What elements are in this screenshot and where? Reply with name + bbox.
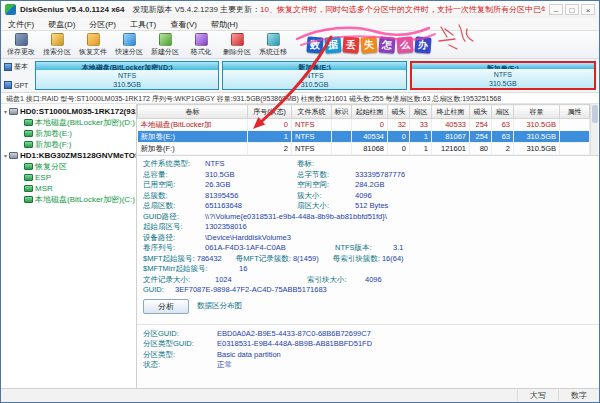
partition-type-value: Basic data partition	[217, 350, 593, 361]
scrollbar-thumb[interactable]	[592, 105, 598, 123]
menu-view[interactable]: 查看(V)	[163, 19, 204, 30]
tree-item[interactable]: HD0:ST1000LM035-1RK172(932GB)	[1, 106, 136, 117]
tree-item[interactable]: 本地磁盘(BitLocker加密)(D:)	[1, 117, 136, 128]
tree-item[interactable]: HD1:KBG30ZMS128GNVMeTOSHIBA1	[1, 150, 136, 161]
search-icon	[51, 33, 64, 46]
tree-item-label: HD0:ST1000LM035-1RK172(932GB)	[20, 107, 136, 116]
update-notice-highlight: 10、恢复文件时，同时勾选多个分区中的文件时，支持一次性复制所有分区中已勾选的文…	[260, 4, 545, 15]
table-row-e[interactable]: 新加卷(E:) 1 NTFS 40534 0 1 81067 254 63 31…	[138, 131, 590, 143]
menu-help[interactable]: 帮助(H)	[204, 19, 245, 30]
expand-icon[interactable]	[4, 152, 7, 159]
capslock-indicator: 大写	[517, 390, 558, 401]
fs-filerecord-value: 1024	[215, 275, 307, 286]
partition-block-e[interactable]: 新加卷(E:) NTFS 310.5GB	[222, 61, 406, 90]
fs-filerecord-label: 文件记录大小:	[143, 275, 215, 286]
col-end-cylinder[interactable]: 终止柱面	[432, 105, 470, 119]
promo-tile: 么	[396, 36, 413, 53]
cell: 254	[470, 131, 492, 143]
drive-icon	[24, 196, 33, 203]
partition-status-label: 状态:	[143, 360, 217, 371]
cell: 63	[492, 119, 514, 131]
table-row-f[interactable]: 新加卷(F:) 2 NTFS 81068 0 1 121601 80 2 310…	[138, 143, 590, 155]
fs-type-value: NTFS	[205, 159, 297, 170]
menu-partition[interactable]: 分区(P)	[82, 19, 123, 30]
table-header-row: 卷标 序号(状态) 文件系统 标识 起始柱面 磁头 扇区 终止柱面 磁头 扇区 …	[138, 105, 590, 119]
tree-item[interactable]: 恢复分区	[1, 161, 136, 172]
partition-block-d-body: NTFS 310.5GB	[36, 70, 218, 89]
table-scrollbar[interactable]	[590, 104, 598, 155]
cell: 310.5GB	[514, 119, 560, 131]
menu-file[interactable]: 文件(F)	[1, 19, 41, 30]
basic-style-label: 基本	[14, 62, 28, 72]
format-icon	[195, 33, 208, 46]
promo-tiles: 数 据 丢 失 怎 么 办	[307, 37, 431, 53]
partition-block-d-size: 310.5GB	[36, 80, 218, 89]
fs-clusters-label: 总簇数:	[143, 191, 205, 202]
promo-tile: 丢	[342, 36, 359, 53]
col-filesystem[interactable]: 文件系统	[292, 105, 332, 119]
tree-item[interactable]: ESP	[1, 172, 136, 183]
drive-icon	[24, 130, 33, 137]
search-partition-button[interactable]: 搜索分区	[39, 33, 75, 57]
col-index-status[interactable]: 序号(状态)	[248, 105, 292, 119]
tree-item[interactable]: 新加卷(F:)	[1, 139, 136, 150]
new-partition-icon	[159, 33, 172, 46]
fs-indexblock-label: 索引块大小:	[307, 275, 365, 286]
cell: 0	[352, 119, 388, 131]
tree-item[interactable]: 本地磁盘(BitLocker加密)(C:)	[1, 194, 136, 205]
format-button[interactable]: 格式化	[183, 33, 219, 57]
recover-files-icon	[87, 33, 100, 46]
quick-partition-button[interactable]: 快速分区	[111, 33, 147, 57]
cell: 80	[470, 143, 492, 155]
analyze-button[interactable]: 分析	[143, 299, 189, 314]
new-partition-button[interactable]: 新建分区	[147, 33, 183, 57]
tree-item[interactable]: MSR	[1, 183, 136, 194]
delete-partition-button[interactable]: 删除分区	[219, 33, 255, 57]
cell	[332, 131, 352, 143]
col-end-sector[interactable]: 扇区	[492, 105, 514, 119]
disk-info-line: 磁盘1 接口:RAID 型号:ST1000LM035-1RK172 序列号:WK…	[1, 93, 599, 104]
table-row-d[interactable]: 本地磁盘(BitLocker加 0 NTFS 0 32 33 40533 254…	[138, 119, 590, 131]
tree-item-label: 恢复分区	[35, 161, 67, 172]
col-start-cylinder[interactable]: 起始柱面	[352, 105, 388, 119]
close-button[interactable]: ×	[581, 4, 595, 15]
cell: NTFS	[292, 143, 332, 155]
fs-sectors-value: 651163648	[205, 201, 297, 212]
cell: 254	[470, 119, 492, 131]
fs-mft-label: $MFT起始簇号:	[143, 254, 195, 263]
expand-icon[interactable]	[4, 108, 7, 115]
cell: NTFS	[292, 119, 332, 131]
col-capacity[interactable]: 容量	[514, 105, 560, 119]
cell	[332, 143, 352, 155]
partition-style-gutter: 基本 GPT	[4, 61, 32, 90]
partition-block-f-body: NTFS 310.5GB	[412, 69, 594, 88]
device-tree: HD0:ST1000LM035-1RK172(932GB) 本地磁盘(BitLo…	[1, 104, 137, 388]
app-title: DiskGenius V5.4.0.1124 x64	[20, 5, 125, 14]
promo-tile: 失	[360, 36, 377, 53]
tree-item-label: ESP	[35, 173, 51, 182]
partition-status-value: 正常	[217, 360, 593, 371]
save-changes-button[interactable]: 保存更改	[3, 33, 39, 57]
col-attr[interactable]: 属性	[560, 105, 590, 119]
partition-block-f[interactable]: 新加卷(F:) NTFS 310.5GB	[410, 61, 596, 90]
tree-item[interactable]: 新加卷(E:)	[1, 128, 136, 139]
menu-tools[interactable]: 工具(T)	[123, 19, 163, 30]
partition-block-e-fs: NTFS	[223, 71, 405, 80]
toolbar: 保存更改 搜索分区 恢复文件 快速分区 新建分区 格式化 删除分区 系统迁移	[1, 31, 599, 59]
partition-overview: 基本 GPT 本地磁盘(BitLocker加密)(D:) NTFS 310.5G…	[1, 59, 599, 93]
menu-disk[interactable]: 硬盘(D)	[41, 19, 82, 30]
fs-free-value: 284.2GB	[355, 180, 593, 191]
col-end-head[interactable]: 磁头	[470, 105, 492, 119]
partition-block-d[interactable]: 本地磁盘(BitLocker加密)(D:) NTFS 310.5GB	[35, 61, 219, 90]
minimize-button[interactable]: –	[549, 4, 563, 15]
fs-sectorsize-label: 扇区大小:	[297, 201, 355, 212]
col-start-sector[interactable]: 扇区	[410, 105, 432, 119]
col-volume-label[interactable]: 卷标	[138, 105, 248, 119]
maximize-button[interactable]: □	[565, 4, 579, 15]
col-start-head[interactable]: 磁头	[388, 105, 410, 119]
system-migration-button[interactable]: 系统迁移	[255, 33, 291, 57]
recover-files-button[interactable]: 恢复文件	[75, 33, 111, 57]
col-flag[interactable]: 标识	[332, 105, 352, 119]
cell: 81067	[432, 131, 470, 143]
fs-serial-value: 061A-F4D3-1AF4-C0AB	[205, 243, 335, 254]
